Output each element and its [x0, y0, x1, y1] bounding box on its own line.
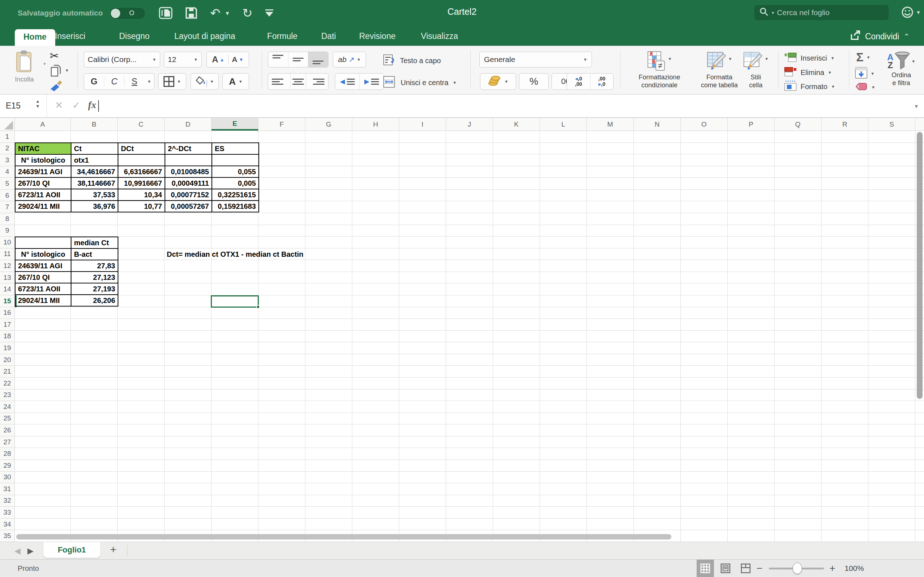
sheet-tab-foglio1[interactable]: Foglio1	[43, 542, 100, 558]
sort-filter-button[interactable]: A Z ▼ Ordinae filtra	[881, 52, 921, 87]
format-painter-icon[interactable]	[50, 80, 63, 93]
column-header-D[interactable]: D	[165, 118, 212, 131]
column-header-G[interactable]: G	[305, 118, 352, 131]
column-header-N[interactable]: N	[634, 118, 681, 131]
bold-button[interactable]: G	[84, 76, 104, 87]
cell-A10[interactable]	[15, 237, 71, 248]
fill-handle[interactable]	[256, 305, 260, 309]
cell-B6[interactable]: 37,533	[71, 189, 118, 200]
row-header-15[interactable]: 15	[0, 295, 15, 307]
zoom-in-button[interactable]: +	[829, 562, 835, 574]
horizontal-scrollbar[interactable]	[16, 534, 671, 540]
grow-font-button[interactable]: A	[212, 55, 218, 64]
cell-B14[interactable]: 27,193	[71, 283, 118, 295]
row-header-16[interactable]: 16	[0, 307, 15, 319]
cell-D3[interactable]	[165, 154, 212, 166]
row-header-3[interactable]: 3	[0, 154, 15, 166]
borders-button[interactable]: ▼	[158, 73, 186, 90]
align-top-button[interactable]	[268, 52, 288, 67]
font-size-select[interactable]: 12 ▼	[164, 52, 202, 68]
cell-A3[interactable]: N° istologico	[15, 154, 71, 166]
enter-icon[interactable]: ✓	[72, 100, 81, 111]
page-break-view-button[interactable]	[737, 560, 754, 577]
number-format-select[interactable]: Generale ▼	[479, 52, 592, 68]
cell-B3[interactable]: otx1	[71, 154, 118, 166]
cell-E5[interactable]: 0,005	[212, 177, 259, 189]
column-header-M[interactable]: M	[587, 118, 634, 131]
cell-E7[interactable]: 0,15921683	[212, 200, 259, 212]
tab-inserisci[interactable]: Inserisci	[55, 31, 85, 41]
row-header-23[interactable]: 23	[0, 390, 15, 401]
tab-disegno[interactable]: Disegno	[119, 31, 149, 41]
row-header-22[interactable]: 22	[0, 377, 15, 390]
column-header-C[interactable]: C	[118, 118, 165, 131]
next-sheet-icon[interactable]: ▶	[27, 546, 34, 556]
column-header-L[interactable]: L	[540, 118, 587, 131]
cell-B7[interactable]: 36,976	[71, 200, 118, 212]
column-header-S[interactable]: S	[868, 118, 915, 131]
cell-C7[interactable]: 10,77	[118, 200, 165, 212]
row-header-35[interactable]: 35	[0, 530, 15, 542]
cell-A2[interactable]: NITAC	[15, 143, 71, 154]
paste-dropdown-icon[interactable]: ▼	[43, 62, 47, 66]
cell-C6[interactable]: 10,34	[118, 189, 165, 200]
column-header-A[interactable]: A	[15, 118, 71, 131]
column-header-K[interactable]: K	[493, 118, 540, 131]
cell-A7[interactable]: 29024/11 MII	[15, 200, 71, 212]
column-header-F[interactable]: F	[258, 118, 305, 131]
vertical-scrollbar[interactable]	[917, 132, 922, 399]
row-header-14[interactable]: 14	[0, 284, 15, 295]
cell-B11[interactable]: B-act	[71, 248, 118, 260]
cell-C4[interactable]: 6,63166667	[118, 166, 165, 177]
row-header-25[interactable]: 25	[0, 413, 15, 425]
cell-B4[interactable]: 34,4616667	[71, 166, 118, 177]
cell-E4[interactable]: 0,055	[212, 166, 259, 177]
ribbon-collapse-chevron-icon[interactable]: ⌃	[903, 32, 909, 41]
name-box-spinner[interactable]: ▲▼	[36, 99, 40, 109]
select-all-corner[interactable]	[0, 118, 15, 131]
cell-E6[interactable]: 0,32251615	[212, 189, 259, 200]
column-header-E[interactable]: E	[212, 118, 258, 131]
conditional-formatting-button[interactable]: ≠ ▼ Formattazionecondizionale	[629, 51, 690, 89]
cell-A6[interactable]: 6723/11 AOII	[15, 189, 71, 200]
row-header-33[interactable]: 33	[0, 507, 15, 519]
increase-decimal-button[interactable]: ,00▸,0	[591, 74, 614, 89]
insert-cells-button[interactable]: Inserisci ▼	[784, 52, 835, 64]
row-header-12[interactable]: 12	[0, 260, 15, 272]
sheet-grid[interactable]: 1234567891011121314151617181920212223242…	[0, 131, 924, 542]
cell-B12[interactable]: 27,83	[71, 260, 118, 272]
increase-indent-button[interactable]: ▶	[360, 74, 384, 89]
orientation-button[interactable]: ab ↗ ▼	[333, 52, 366, 68]
cell-A14[interactable]: 6723/11 AOII	[15, 283, 71, 295]
wrap-text-button[interactable]: Testo a capo	[383, 55, 441, 67]
autosum-button[interactable]: Σ ▼	[856, 50, 870, 64]
add-sheet-button[interactable]: +	[110, 543, 116, 556]
underline-dropdown-icon[interactable]: ▼	[144, 79, 154, 84]
row-header-28[interactable]: 28	[0, 448, 15, 460]
cell-D7[interactable]: 0,00057267	[165, 200, 212, 212]
page-layout-view-button[interactable]	[717, 560, 734, 577]
cell-A12[interactable]: 24639/11 AGI	[15, 260, 71, 272]
cell-B10[interactable]: median Ct	[71, 237, 118, 248]
zoom-slider-thumb[interactable]	[793, 562, 802, 574]
tab-formule[interactable]: Formule	[267, 31, 297, 41]
row-header-17[interactable]: 17	[0, 319, 15, 331]
cell-A13[interactable]: 267/10 QI	[15, 272, 71, 283]
cut-icon[interactable]: ✂	[50, 49, 59, 62]
cell-A5[interactable]: 267/10 QI	[15, 177, 71, 189]
row-header-21[interactable]: 21	[0, 366, 15, 377]
column-header-P[interactable]: P	[728, 118, 775, 131]
cell-B13[interactable]: 27,123	[71, 272, 118, 283]
paste-button[interactable]: Incolla	[7, 50, 42, 83]
row-header-18[interactable]: 18	[0, 331, 15, 343]
italic-button[interactable]: C	[104, 76, 124, 87]
row-header-8[interactable]: 8	[0, 213, 15, 225]
row-header-32[interactable]: 32	[0, 495, 15, 507]
cell-C5[interactable]: 10,9916667	[118, 177, 165, 189]
clear-button[interactable]: ▼	[855, 82, 875, 93]
row-header-5[interactable]: 5	[0, 178, 15, 190]
cell-A15[interactable]: 29024/11 MII	[15, 295, 71, 306]
zoom-out-button[interactable]: −	[756, 562, 762, 574]
row-header-2[interactable]: 2	[0, 143, 15, 155]
row-header-20[interactable]: 20	[0, 354, 15, 366]
